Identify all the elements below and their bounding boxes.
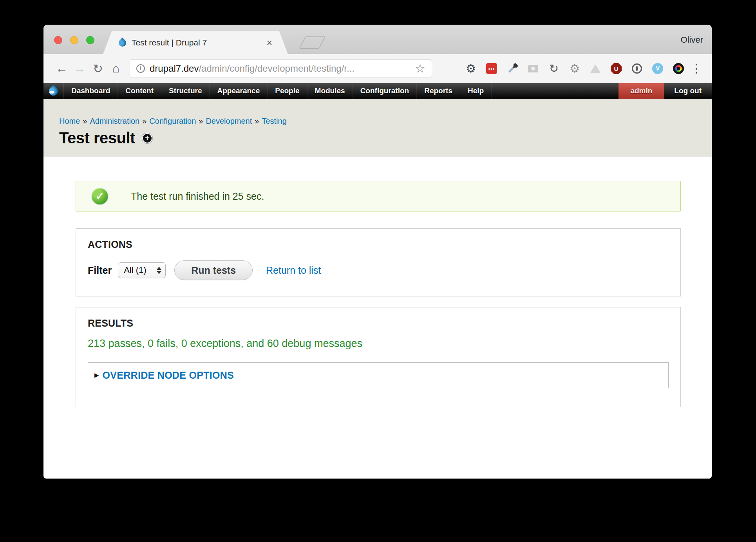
drupal-logo-icon[interactable]	[43, 83, 64, 99]
url-path: /admin/config/development/testing/r...	[199, 63, 354, 74]
page-header: Home»Administration»Configuration»Develo…	[43, 99, 712, 157]
select-arrows-icon	[157, 267, 161, 274]
status-message: ✓ The test run finished in 25 sec.	[76, 181, 681, 211]
extension-eyedropper-icon[interactable]	[506, 63, 518, 74]
run-tests-button[interactable]: Run tests	[174, 260, 253, 280]
success-check-icon: ✓	[92, 188, 108, 204]
logout-link[interactable]: Log out	[664, 83, 712, 99]
collapsed-fieldset[interactable]: ▶ OVERRIDE NODE OPTIONS	[88, 362, 669, 388]
filter-row: Filter All (1) Run tests Return to list	[88, 260, 669, 280]
toolbar-item-dashboard[interactable]: Dashboard	[64, 83, 118, 99]
breadcrumb-link-testing[interactable]: Testing	[262, 117, 286, 125]
tab-strip: Test result | Drupal 7 × Oliver	[43, 25, 712, 54]
toolbar-item-reports[interactable]: Reports	[417, 83, 460, 99]
toolbar-item-structure[interactable]: Structure	[161, 83, 210, 99]
extension-password-keyhole-icon[interactable]	[631, 63, 643, 74]
tab-close-icon[interactable]: ×	[266, 38, 272, 48]
actions-legend: ACTIONS	[88, 239, 669, 250]
screenshot-canvas: Test result | Drupal 7 × Oliver ← → ↻ ⌂ …	[0, 0, 756, 542]
return-to-list-link[interactable]: Return to list	[266, 265, 321, 276]
extension-vimium-icon[interactable]: V	[652, 63, 664, 74]
toolbar-item-modules[interactable]: Modules	[307, 83, 353, 99]
address-bar[interactable]: i drupal7.dev/admin/config/development/t…	[130, 59, 432, 78]
filter-select-value: All (1)	[124, 265, 146, 275]
reload-icon[interactable]: ↻	[89, 61, 107, 76]
collapsed-arrow-icon: ▶	[94, 372, 99, 379]
extension-camera-icon[interactable]	[527, 63, 539, 74]
extension-ublock-origin-icon[interactable]: U	[610, 63, 622, 74]
status-message-text: The test run finished in 25 sec.	[131, 191, 264, 202]
extension-google-drive-icon[interactable]	[590, 63, 601, 74]
breadcrumb-separator: »	[199, 117, 203, 125]
admin-user-link[interactable]: admin	[619, 83, 664, 99]
toolbar-item-help[interactable]: Help	[460, 83, 492, 99]
breadcrumb-separator: »	[142, 117, 146, 125]
bookmark-star-icon[interactable]: ☆	[415, 63, 425, 74]
new-tab-button[interactable]	[299, 36, 326, 49]
tab-title: Test result | Drupal 7	[132, 38, 207, 47]
toolbar-item-people[interactable]: People	[268, 83, 307, 99]
results-fieldset: RESULTS 213 passes, 0 fails, 0 exception…	[76, 307, 681, 407]
browser-menu-icon[interactable]: ⋮	[691, 63, 702, 74]
minimize-window-button[interactable]	[70, 36, 78, 44]
breadcrumb-link-configuration[interactable]: Configuration	[149, 117, 196, 125]
url-text[interactable]: drupal7.dev/admin/config/development/tes…	[150, 63, 354, 74]
breadcrumb-link-administration[interactable]: Administration	[90, 117, 139, 125]
extension-tampermonkey-icon[interactable]: ⚙	[569, 63, 581, 74]
extensions-row: ⚙ ••• ↻ ⚙ U V	[465, 63, 684, 74]
extension-session-refresh-icon[interactable]: ↻	[548, 63, 560, 74]
browser-window: Test result | Drupal 7 × Oliver ← → ↻ ⌂ …	[43, 25, 712, 479]
breadcrumb-link-development[interactable]: Development	[206, 117, 252, 125]
override-node-options-link[interactable]: OVERRIDE NODE OPTIONS	[103, 370, 234, 381]
back-icon[interactable]: ←	[53, 61, 71, 76]
add-shortcut-icon[interactable]: +	[142, 133, 152, 143]
traffic-lights	[54, 36, 94, 44]
browser-tab[interactable]: Test result | Drupal 7 ×	[103, 31, 288, 54]
breadcrumb-link-home[interactable]: Home	[59, 117, 80, 125]
page-title: Test result	[59, 129, 135, 147]
browser-toolbar: ← → ↻ ⌂ i drupal7.dev/admin/config/devel…	[43, 54, 712, 83]
breadcrumb: Home»Administration»Configuration»Develo…	[59, 117, 712, 126]
filter-label: Filter	[88, 265, 112, 276]
breadcrumb-separator: »	[83, 117, 87, 125]
results-summary: 213 passes, 0 fails, 0 exceptions, and 6…	[88, 338, 669, 350]
extension-camera-lens-icon[interactable]	[673, 63, 684, 74]
close-window-button[interactable]	[54, 36, 62, 44]
main-content: ✓ The test run finished in 25 sec. ACTIO…	[43, 157, 712, 479]
site-info-icon[interactable]: i	[136, 64, 145, 73]
extension-settings-gear-icon[interactable]: ⚙	[465, 63, 477, 74]
url-host: drupal7.dev	[150, 63, 199, 74]
profile-name[interactable]: Oliver	[681, 35, 703, 45]
filter-select[interactable]: All (1)	[118, 262, 166, 278]
forward-icon: →	[71, 61, 89, 76]
extension-lastpass-icon[interactable]: •••	[486, 63, 497, 74]
home-icon[interactable]: ⌂	[107, 61, 125, 76]
toolbar-item-appearance[interactable]: Appearance	[210, 83, 268, 99]
drupal-favicon-icon	[117, 38, 128, 48]
toolbar-item-content[interactable]: Content	[118, 83, 161, 99]
drupal-admin-toolbar: Dashboard Content Structure Appearance P…	[43, 83, 712, 99]
results-legend: RESULTS	[88, 318, 669, 329]
actions-fieldset: ACTIONS Filter All (1) Run tests Return …	[76, 228, 681, 296]
zoom-window-button[interactable]	[86, 36, 94, 44]
breadcrumb-separator: »	[255, 117, 259, 125]
toolbar-item-configuration[interactable]: Configuration	[353, 83, 417, 99]
